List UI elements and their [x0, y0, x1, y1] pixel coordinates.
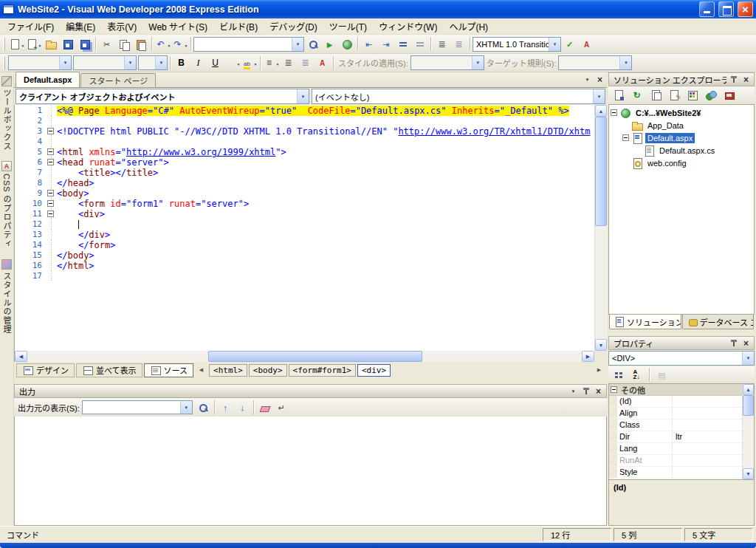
view-tab-split[interactable]: 並べて表示 — [76, 363, 142, 377]
style-tool-button[interactable] — [578, 36, 595, 52]
scrollbar-thumb[interactable] — [743, 395, 754, 416]
collapse-icon[interactable] — [47, 190, 54, 196]
side-tab-css[interactable]: ACSS のプロパティ — [1, 161, 13, 249]
style-tool-button[interactable] — [314, 55, 331, 71]
code-line[interactable]: 1<%@ Page Language="C#" AutoEventWireup=… — [15, 106, 594, 116]
close-panel-button[interactable] — [740, 75, 752, 85]
tree-item[interactable]: web.config — [609, 157, 754, 169]
numbered-list-button[interactable] — [450, 36, 467, 52]
menu-item[interactable]: ツール(T) — [323, 18, 373, 35]
panel-tab[interactable]: データベース エ... — [682, 315, 754, 329]
property-value[interactable] — [673, 455, 742, 466]
view-designer-button[interactable] — [684, 87, 701, 103]
outdent-button[interactable] — [360, 36, 377, 52]
tag-path-scroll-left[interactable]: ◀ — [196, 364, 207, 377]
toolbar-grip[interactable] — [3, 56, 5, 69]
schema-combo[interactable]: XHTML 1.0 Transitiona — [472, 37, 561, 52]
font-color-button[interactable] — [224, 55, 241, 71]
tag-path-item[interactable]: <html> — [209, 364, 247, 377]
document-list-button[interactable] — [582, 75, 593, 85]
code-editor[interactable]: 1<%@ Page Language="C#" AutoEventWireup=… — [14, 105, 607, 351]
collapse-icon[interactable] — [611, 386, 617, 393]
property-value[interactable] — [673, 419, 742, 431]
code-line[interactable]: 9<body> — [15, 188, 594, 199]
code-line[interactable]: 6<head runat="server"> — [15, 157, 594, 168]
code-line[interactable]: 3<!DOCTYPE html PUBLIC "-//W3C//DTD XHTM… — [15, 126, 594, 137]
uncomment-button[interactable] — [411, 36, 428, 52]
output-header[interactable]: 出力 — [14, 384, 607, 398]
chevron-down-icon[interactable] — [472, 56, 484, 69]
auto-hide-button[interactable] — [728, 75, 739, 85]
validate-button[interactable] — [561, 36, 578, 52]
code-line[interactable]: 11 <div> — [15, 209, 594, 219]
menu-item[interactable]: Web サイト(S) — [142, 18, 213, 35]
window-position-button[interactable] — [568, 386, 579, 397]
object-selector-combo[interactable]: <DIV> — [608, 351, 755, 366]
format-combo[interactable] — [138, 55, 168, 70]
code-line[interactable]: 14 </form> — [15, 240, 594, 250]
menu-item[interactable]: 表示(V) — [101, 18, 142, 35]
menu-item[interactable]: ファイル(F) — [1, 18, 60, 35]
code-line[interactable]: 8</head> — [15, 178, 594, 188]
property-row[interactable]: (Id) — [609, 396, 742, 408]
menu-item[interactable]: ヘルプ(H) — [443, 18, 494, 35]
solution-explorer-header[interactable]: ソリューション エクスプローラ — [608, 72, 755, 86]
menu-item[interactable]: ビルド(B) — [213, 18, 264, 35]
close-panel-button[interactable] — [740, 338, 752, 349]
output-content[interactable] — [14, 417, 607, 526]
output-source-combo[interactable] — [82, 400, 193, 414]
scroll-down-icon[interactable]: ▼ — [743, 468, 754, 479]
document-tab[interactable]: スタート ページ — [80, 73, 156, 87]
code-line[interactable]: 12 — [15, 219, 594, 230]
aspnet-config-button[interactable] — [721, 87, 738, 103]
side-tab-styles[interactable]: スタイルの管理 — [1, 259, 13, 334]
font-name-combo[interactable] — [8, 55, 72, 70]
font-size-combo[interactable] — [73, 55, 137, 70]
bullet-list-button[interactable] — [280, 55, 297, 71]
toolbar-find-combo[interactable] — [193, 37, 304, 52]
numbered-list-button[interactable] — [297, 55, 314, 71]
properties-button[interactable] — [610, 87, 627, 103]
property-row[interactable]: Class — [609, 419, 742, 431]
code-line[interactable]: 10 <form id="form1" runat="server"> — [15, 199, 594, 209]
tree-item[interactable]: Default.aspx.cs — [609, 144, 754, 157]
vertical-scrollbar[interactable]: ▲ ▼ — [594, 105, 607, 351]
tag-path-scroll-right[interactable]: ▶ — [594, 364, 605, 377]
property-value[interactable] — [673, 467, 742, 478]
new-file-button[interactable] — [8, 36, 25, 52]
copy-button[interactable] — [115, 36, 132, 52]
chevron-down-icon[interactable] — [549, 38, 560, 51]
prev-message-button[interactable] — [217, 400, 234, 416]
comment-out-button[interactable] — [394, 36, 411, 52]
tree-item[interactable]: Default.aspx — [609, 131, 754, 144]
align-button[interactable] — [263, 55, 280, 71]
collapse-icon[interactable] — [47, 200, 54, 207]
solution-tree[interactable]: C:¥...¥WebSite2¥App_DataDefault.aspxDefa… — [608, 104, 755, 315]
save-all-button[interactable] — [76, 36, 93, 52]
code-line[interactable]: 7 <title></title> — [15, 168, 594, 178]
collapse-icon[interactable] — [47, 128, 54, 134]
object-dropdown[interactable]: クライアント オブジェクトおよびイベント — [16, 89, 309, 104]
bold-button[interactable]: B — [173, 55, 190, 71]
property-row[interactable]: Dirltr — [609, 431, 742, 443]
tree-item[interactable]: App_Data — [609, 119, 754, 131]
code-lines[interactable]: 1<%@ Page Language="C#" AutoEventWireup=… — [15, 105, 594, 351]
code-line[interactable]: 17 — [15, 271, 594, 281]
code-line[interactable]: 15</body> — [15, 250, 594, 261]
close-document-button[interactable] — [594, 75, 605, 85]
add-item-button[interactable] — [25, 36, 42, 52]
word-wrap-button[interactable] — [273, 400, 290, 416]
start-debug-button[interactable] — [321, 36, 338, 52]
style-apply-combo[interactable] — [410, 55, 484, 70]
save-button[interactable] — [59, 36, 76, 52]
property-category[interactable]: その他 — [609, 384, 742, 396]
menu-item[interactable]: 編集(E) — [60, 18, 101, 35]
view-tab-design[interactable]: デザイン — [16, 363, 75, 377]
panel-tab[interactable]: ソリューション ... — [609, 315, 681, 329]
tree-item[interactable]: C:¥...¥WebSite2¥ — [609, 106, 754, 119]
tag-path-item[interactable]: <div> — [357, 364, 391, 377]
close-button[interactable] — [738, 1, 753, 17]
redo-button[interactable] — [171, 36, 188, 52]
code-line[interactable]: 2 — [15, 116, 594, 126]
collapse-icon[interactable] — [47, 159, 54, 165]
